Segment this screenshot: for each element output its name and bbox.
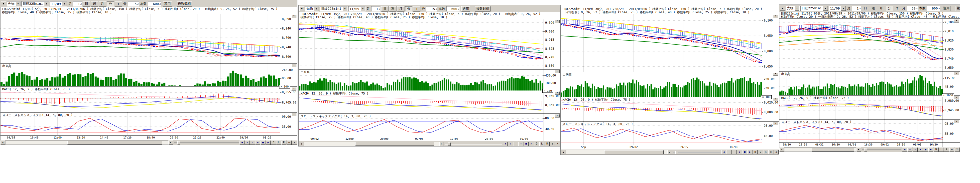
spinner-icon[interactable]: ◢	[159, 3, 161, 5]
interval-button-4[interactable]: T	[413, 6, 420, 11]
window-menu-button[interactable]: ▼	[780, 6, 785, 11]
interval-button-1[interactable]: 週	[870, 6, 877, 11]
chevron-down-icon[interactable]: ▼	[841, 6, 846, 11]
stop-button[interactable]: ■	[923, 148, 928, 152]
scrollbar-thumb[interactable]	[812, 148, 854, 151]
pane-dropdown-button[interactable]: ▼	[773, 15, 778, 18]
bar-width-slider[interactable]	[673, 150, 721, 154]
minutes-value-field[interactable]: 15◢	[426, 6, 438, 11]
scrollbar-thumb[interactable]	[67, 141, 162, 144]
apply-button[interactable]: 適用	[461, 6, 470, 11]
spinner-icon[interactable]: ◢	[458, 8, 459, 10]
interval-button-2[interactable]: 月	[99, 1, 106, 6]
day-mode-button[interactable]: D	[753, 150, 758, 154]
window-menu-button[interactable]: ▼	[299, 6, 304, 11]
day-mode-button[interactable]: D	[534, 142, 539, 146]
pane-dropdown-button[interactable]: ▼	[555, 20, 560, 23]
day-mode-button[interactable]: D	[934, 148, 939, 152]
category-select[interactable]: 先物▼	[786, 6, 800, 11]
scroll-right-button[interactable]: ▶	[856, 148, 861, 152]
reset-button[interactable]: R	[545, 142, 550, 146]
close-button[interactable]: Ｘ	[955, 148, 959, 152]
apply-button[interactable]: 適用	[163, 1, 172, 6]
contract-month-select[interactable]: 11/09▼	[348, 6, 366, 11]
slider-knob[interactable]	[675, 151, 678, 154]
scroll-right-button[interactable]: ▶	[169, 141, 173, 145]
jump-start-button[interactable]: ◀	[503, 142, 508, 146]
interval-button-2[interactable]: 月	[397, 6, 404, 11]
spinner-icon[interactable]: ◢	[379, 8, 380, 10]
scroll-right-button[interactable]: ▶	[667, 150, 672, 154]
zoom-in-button[interactable]: ＋	[727, 150, 732, 154]
reset-button[interactable]: R	[763, 150, 768, 154]
symbol-select[interactable]: 日経225mini▼	[800, 6, 828, 11]
chevron-down-icon[interactable]: ▼	[44, 2, 49, 6]
pane-dropdown-button[interactable]: ▼	[291, 87, 296, 90]
zoom-in-button[interactable]: ＋	[245, 141, 250, 145]
magnifier-button[interactable]: ⊕	[949, 148, 954, 152]
zoom-in-button[interactable]: ＋	[508, 142, 513, 146]
pane-dropdown-button[interactable]: ▼	[954, 120, 959, 123]
jump-start-button[interactable]: ◀	[902, 148, 907, 152]
play-button[interactable]: ▶	[748, 150, 752, 154]
bar-width-slider[interactable]	[173, 141, 239, 144]
interval-button-1[interactable]: 週	[91, 1, 98, 6]
spinner-icon[interactable]: ◢	[916, 7, 917, 10]
bars-value-field[interactable]: 600◢	[148, 1, 161, 6]
log-scale-button[interactable]: L	[758, 150, 763, 154]
close-button[interactable]: Ｘ	[292, 141, 297, 145]
interval-button-4[interactable]: T	[894, 6, 901, 11]
bars-value-field[interactable]: 600◢	[927, 6, 940, 11]
pan-button[interactable]: ✚	[519, 142, 523, 146]
play-button[interactable]: ▶	[928, 148, 933, 152]
interval-button-4[interactable]: T	[115, 1, 122, 6]
horizontal-scrollbar[interactable]	[304, 142, 439, 146]
interval-button-0[interactable]: 日	[862, 6, 869, 11]
zoom-in-button[interactable]: ＋	[907, 148, 912, 152]
log-scale-button[interactable]: L	[276, 141, 281, 145]
spinner-icon[interactable]: ◢	[938, 7, 940, 10]
pane-dropdown-button[interactable]: ▼	[773, 72, 778, 76]
log-scale-button[interactable]: L	[939, 148, 944, 152]
zoom-out-button[interactable]: －	[732, 150, 737, 154]
day-mode-button[interactable]: D	[271, 141, 276, 145]
close-button[interactable]: Ｘ	[555, 142, 560, 146]
interval-value-field[interactable]: 1◢	[73, 1, 82, 6]
interval-button-2[interactable]: 月	[878, 6, 885, 11]
contract-month-select[interactable]: 11/09▼	[829, 6, 846, 11]
interval-value-field[interactable]: 1◢	[371, 6, 380, 11]
scroll-right-button[interactable]: ▶	[439, 142, 444, 146]
bar-width-slider[interactable]	[445, 142, 502, 146]
spinner-icon[interactable]: ◢	[436, 8, 437, 10]
window-menu-button[interactable]: ▼	[1, 1, 6, 6]
jump-start-button[interactable]: ◀	[240, 141, 245, 145]
chevron-down-icon[interactable]: ▼	[62, 2, 67, 6]
stop-button[interactable]: ■	[742, 150, 747, 154]
close-button[interactable]: Ｘ	[774, 150, 779, 154]
slider-knob[interactable]	[864, 148, 867, 151]
zoom-out-button[interactable]: －	[913, 148, 918, 152]
zoom-out-button[interactable]: －	[513, 142, 518, 146]
scroll-left-button[interactable]: ◀	[561, 150, 565, 154]
horizontal-scrollbar[interactable]	[5, 141, 168, 145]
interval-button-0[interactable]: 日	[381, 6, 388, 11]
contract-month-select[interactable]: 11/09▼	[50, 1, 67, 6]
category-select[interactable]: 先物▼	[305, 6, 319, 11]
pan-button[interactable]: ✚	[737, 150, 742, 154]
symbol-select[interactable]: 日経225mini▼	[21, 1, 49, 6]
pane-dropdown-button[interactable]: ▼	[954, 72, 959, 75]
play-button[interactable]: ▶	[266, 141, 271, 145]
pane-dropdown-button[interactable]: ▼	[954, 19, 959, 22]
reset-button[interactable]: R	[282, 141, 286, 145]
category-select[interactable]: 先物▼	[7, 1, 21, 6]
interval-value-field[interactable]: 1◢	[852, 6, 861, 11]
scroll-left-button[interactable]: ◀	[0, 141, 5, 145]
horizontal-scrollbar[interactable]	[784, 148, 856, 152]
minutes-value-field[interactable]: 5◢	[128, 1, 139, 6]
bar-width-slider[interactable]	[862, 148, 901, 151]
multi-symbol-button[interactable]: 複数銘柄	[956, 6, 960, 11]
stop-button[interactable]: ■	[524, 142, 529, 146]
reset-button[interactable]: R	[944, 148, 949, 152]
chevron-down-icon[interactable]: ▼	[314, 6, 319, 11]
slider-knob[interactable]	[177, 141, 180, 144]
